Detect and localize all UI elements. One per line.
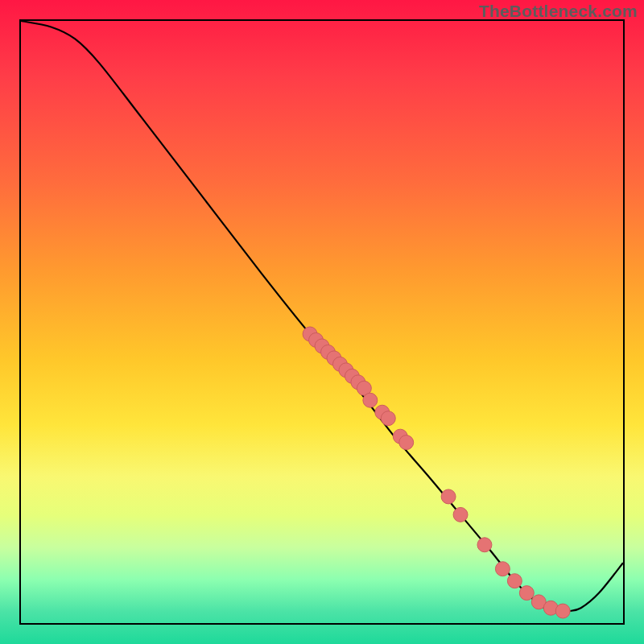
sample-point-marker	[453, 507, 468, 522]
chart-root: TheBottleneck.com	[0, 0, 644, 644]
plot-area	[0, 0, 644, 644]
sample-point-marker	[495, 562, 510, 576]
sample-point-marker	[399, 436, 414, 450]
sample-points-group	[303, 327, 570, 618]
sample-point-marker	[519, 586, 534, 601]
sample-point-marker	[507, 574, 522, 588]
bottleneck-curve	[21, 21, 623, 612]
sample-point-marker	[555, 604, 570, 618]
sample-point-marker	[477, 538, 492, 552]
sample-point-marker	[363, 393, 378, 407]
sample-point-marker	[441, 489, 456, 504]
sample-point-marker	[381, 411, 395, 426]
chart-svg	[21, 21, 623, 623]
